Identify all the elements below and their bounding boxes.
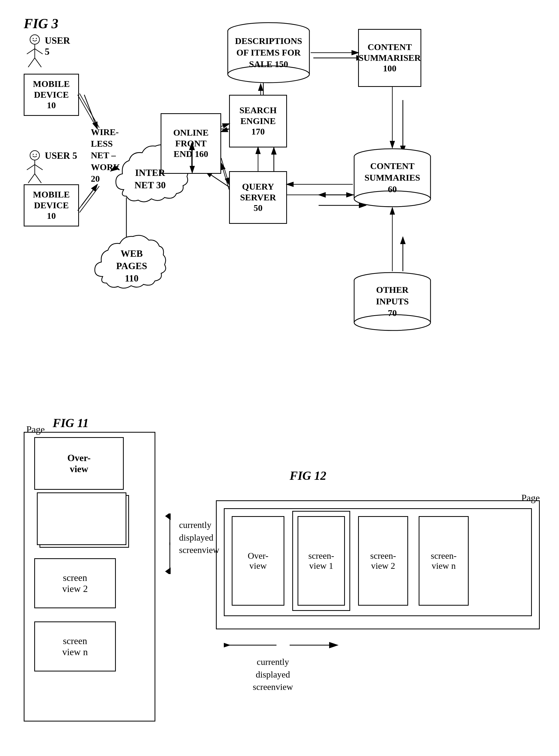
svg-line-60 [221,163,229,190]
svg-point-26 [32,154,34,155]
content-summariser: CONTENTSUMMARISER100 [358,29,421,87]
svg-line-24 [35,58,41,67]
svg-line-23 [28,58,35,67]
svg-line-53 [80,186,99,213]
fig12-screenview2: screen-view 2 [358,516,408,606]
fig11-screenview1-bg [37,492,127,545]
online-front-end: ONLINEFRONTEND 160 [161,113,221,174]
svg-line-32 [35,174,41,183]
svg-line-15 [82,184,97,205]
svg-line-58 [221,129,229,132]
user1-figure [24,34,45,69]
svg-line-57 [221,124,229,127]
user2-figure [24,150,45,185]
descriptions-cylinder: DESCRIPTIONSOF ITEMS FORSALE 150 [226,21,311,84]
fig12-screenview1: screen-view 1 [297,516,345,606]
fig12-screenviewn: screen-view n [419,516,469,606]
svg-point-19 [36,38,37,39]
fig3-label: FIG 3 [24,16,58,31]
svg-line-30 [35,164,43,170]
fig12-overview: Over-view [232,516,284,606]
user1-label: USER5 [45,35,70,57]
fig12-lr-arrows [224,637,355,658]
fig11-overview: Over-view [34,437,124,490]
mobile-device-2: MOBILEDEVICE10 [24,184,79,226]
other-inputs-cylinder: OTHERINPUTS70 [353,271,432,332]
fig12-label: FIG 12 [290,469,326,483]
fig11-screenviewn: screenview n [34,621,116,671]
svg-point-27 [36,154,37,155]
svg-line-22 [35,49,43,54]
search-engine: SEARCHENGINE170 [229,95,287,148]
svg-line-21 [27,49,35,54]
fig11-currently-displayed-label: currentlydisplayedscreenview [179,519,219,556]
query-server: QUERYSERVER50 [229,171,287,224]
svg-line-29 [27,164,35,170]
fig11-arrow-up [163,513,176,546]
web-pages-cloud: WEBPAGES110 [90,229,174,303]
page-container: FIG 3 [0,0,559,756]
mobile-device-1: MOBILEDEVICE10 [24,74,79,116]
svg-point-18 [32,38,34,39]
svg-line-51 [80,93,99,128]
svg-line-14 [84,95,97,129]
svg-point-25 [30,151,40,160]
fig11-arrow-down [163,542,176,575]
fig11-screenview2: screenview 2 [34,558,116,608]
fig11-page-label: Page [26,424,45,435]
svg-point-17 [30,35,40,44]
fig11-label: FIG 11 [53,416,89,430]
fig12-currently-displayed-label: currentlydisplayedscreenview [253,656,293,693]
fig12-page-label: Page [521,492,540,504]
svg-line-50 [78,95,97,129]
svg-line-31 [28,174,35,183]
content-summaries-cylinder: CONTENTSUMMARIES60 [353,148,432,208]
svg-line-59 [221,158,229,184]
user2-label: USER 5 [45,150,77,161]
svg-line-52 [78,184,97,211]
